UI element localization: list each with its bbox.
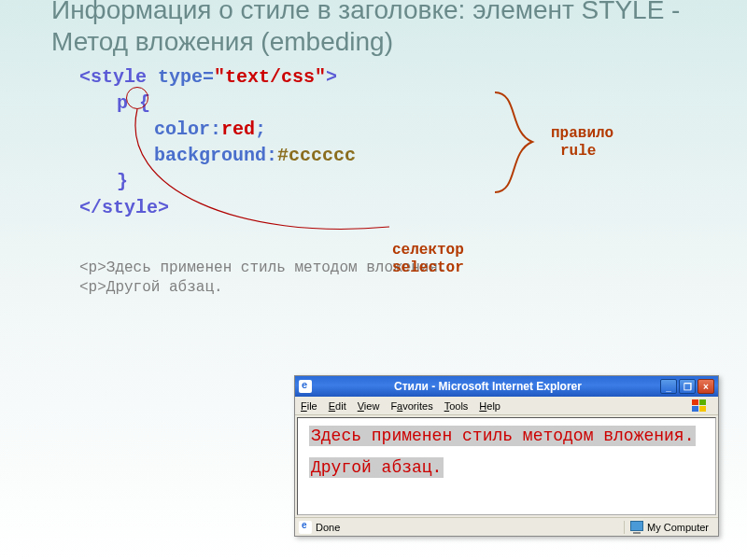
val-hex: #cccccc — [277, 145, 356, 166]
equals: = — [203, 66, 214, 88]
prop-background: background — [154, 145, 266, 166]
close-button[interactable]: × — [698, 379, 714, 394]
annotation-rule-en: rule — [551, 143, 613, 161]
browser-menubar: File Edit View Favorites Tools Help — [295, 397, 718, 415]
angle-close2: > — [158, 197, 169, 218]
menu-view[interactable]: View — [358, 400, 380, 412]
status-done: Done — [299, 521, 624, 534]
ie-icon — [299, 380, 312, 393]
angle-open: < — [79, 66, 91, 88]
semicolon: ; — [255, 119, 266, 140]
browser-titlebar: Стили - Microsoft Internet Explorer _ ❐ … — [295, 376, 718, 397]
style-tag-close: style — [102, 197, 158, 218]
status-zone-text: My Computer — [647, 522, 709, 533]
sample-line-2: <p>Другой абзац. — [79, 278, 747, 298]
rendered-paragraph-1: Здесь применен стиль методом вложения. — [309, 426, 696, 446]
status-ie-icon — [299, 521, 312, 534]
slide-title: Информация о стиле в заголовке: элемент … — [0, 0, 747, 57]
type-value: "text/css" — [214, 66, 326, 88]
angle-open2: < — [79, 197, 91, 218]
computer-icon — [630, 521, 643, 534]
prop-color: color — [154, 119, 210, 140]
windows-flag-icon — [684, 398, 712, 414]
slash: / — [91, 197, 102, 218]
browser-content: Здесь применен стиль методом вложения. Д… — [297, 417, 716, 515]
style-tag-open: style — [91, 66, 147, 88]
rendered-paragraph-2: Другой абзац. — [309, 457, 444, 478]
colon: : — [210, 119, 221, 140]
selector-highlight-circle — [126, 87, 148, 109]
menu-help[interactable]: Help — [479, 400, 500, 412]
maximize-button[interactable]: ❐ — [679, 379, 696, 394]
annotation-rule: правило rule — [551, 125, 613, 161]
annotation-selector: селектор selector — [392, 242, 464, 277]
browser-statusbar: Done My Computer — [295, 517, 718, 536]
colon2: : — [266, 145, 277, 166]
menu-file[interactable]: File — [301, 400, 317, 412]
window-buttons: _ ❐ × — [660, 379, 714, 394]
status-zone: My Computer — [624, 521, 714, 534]
annotation-sel-en: selector — [392, 259, 464, 277]
code-example: <style type="text/css"> p { color:red; b… — [79, 64, 747, 221]
minimize-button[interactable]: _ — [660, 379, 677, 394]
type-attr: type — [158, 66, 203, 88]
angle-close: > — [326, 66, 337, 88]
status-done-text: Done — [316, 522, 340, 533]
browser-title-text: Стили - Microsoft Internet Explorer — [316, 380, 660, 393]
brace-close: } — [117, 171, 128, 192]
menu-edit[interactable]: Edit — [329, 400, 346, 412]
menu-tools[interactable]: Tools — [444, 400, 469, 412]
annotation-rule-ru: правило — [551, 125, 613, 143]
annotation-sel-ru: селектор — [392, 242, 464, 259]
val-red: red — [221, 119, 255, 140]
browser-window: Стили - Microsoft Internet Explorer _ ❐ … — [294, 375, 719, 537]
menu-favorites[interactable]: Favorites — [390, 400, 432, 412]
